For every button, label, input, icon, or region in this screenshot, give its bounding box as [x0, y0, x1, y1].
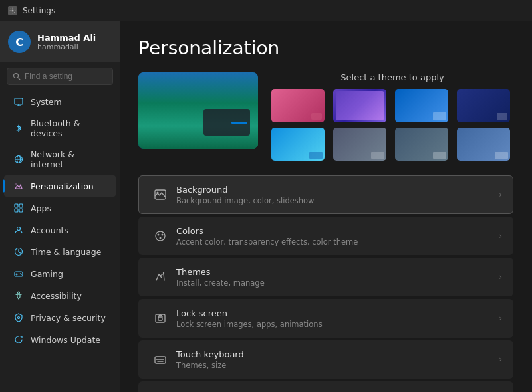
- touchkeyboard-icon: [150, 349, 171, 370]
- sidebar-nav: System Bluetooth & devices: [0, 90, 120, 351]
- settings-item-themes[interactable]: Themes Install, create, manage ›: [138, 258, 513, 296]
- sidebar-item-privacy[interactable]: Privacy & security: [4, 307, 116, 328]
- sidebar-item-system[interactable]: System: [4, 91, 116, 112]
- svg-point-29: [163, 272, 164, 274]
- svg-point-0: [12, 9, 14, 11]
- gaming-icon: [13, 268, 24, 279]
- svg-rect-11: [19, 204, 23, 207]
- sidebar-item-accessibility[interactable]: Accessibility: [4, 285, 116, 306]
- background-chevron: ›: [499, 190, 502, 199]
- background-desc: Background image, color, slideshow: [176, 196, 499, 205]
- sidebar-item-update[interactable]: Windows Update: [4, 329, 116, 350]
- background-title: Background: [176, 185, 499, 195]
- user-handle: hammadali: [37, 43, 96, 51]
- colors-chevron: ›: [499, 231, 502, 241]
- sidebar-item-label-privacy: Privacy & security: [31, 313, 106, 323]
- sidebar-item-apps[interactable]: Apps: [4, 197, 116, 219]
- sidebar-item-label-network: Network & internet: [31, 149, 106, 169]
- theme-thumb-7[interactable]: [395, 128, 448, 161]
- settings-item-touchkeyboard[interactable]: Touch keyboard Themes, size ›: [138, 340, 513, 379]
- network-icon: [13, 154, 24, 165]
- main-container: C Hammad Ali hammadali: [0, 21, 532, 392]
- sidebar-item-label-update: Windows Update: [31, 335, 100, 345]
- system-icon: [13, 96, 24, 107]
- settings-list: Background Background image, color, slid…: [138, 175, 513, 392]
- user-panel[interactable]: C Hammad Ali hammadali: [0, 21, 120, 62]
- theme-preview: [138, 72, 258, 149]
- colors-title: Colors: [176, 226, 499, 236]
- settings-item-background[interactable]: Background Background image, color, slid…: [138, 175, 513, 214]
- theme-thumb-4[interactable]: [457, 89, 510, 122]
- update-icon: [13, 334, 24, 345]
- sidebar-item-gaming[interactable]: Gaming: [4, 263, 116, 284]
- search-icon: [13, 72, 21, 80]
- theme-preview-inner: [138, 72, 258, 149]
- settings-item-colors[interactable]: Colors Accent color, transparency effect…: [138, 217, 513, 255]
- settings-item-start[interactable]: Start Recent apps and items, folders ›: [138, 381, 513, 392]
- content-area: Personalization Select a theme to apply: [120, 21, 532, 392]
- svg-point-27: [162, 234, 164, 236]
- settings-item-lockscreen[interactable]: Lock screen Lock screen images, apps, an…: [138, 299, 513, 338]
- sidebar-item-label-bluetooth: Bluetooth & devices: [31, 118, 106, 138]
- theme-thumb-6[interactable]: [333, 128, 386, 161]
- touchkeyboard-chevron: ›: [499, 355, 502, 364]
- lockscreen-title: Lock screen: [176, 308, 499, 318]
- time-icon: [13, 246, 24, 257]
- touchkeyboard-desc: Themes, size: [176, 361, 499, 370]
- theme-thumb-8[interactable]: [457, 128, 510, 161]
- sidebar-item-label-accounts: Accounts: [31, 225, 68, 235]
- svg-point-19: [20, 273, 21, 274]
- colors-text: Colors Accent color, transparency effect…: [176, 226, 499, 246]
- accounts-icon: [13, 225, 24, 235]
- svg-point-20: [21, 274, 21, 275]
- colors-icon: [150, 225, 171, 246]
- sidebar: C Hammad Ali hammadali: [0, 21, 120, 392]
- background-text: Background Background image, color, slid…: [176, 185, 499, 205]
- page-title: Personalization: [138, 37, 513, 59]
- settings-icon: [8, 6, 17, 15]
- sidebar-item-bluetooth[interactable]: Bluetooth & devices: [4, 113, 116, 144]
- theme-thumb-2[interactable]: [333, 89, 386, 122]
- search-input[interactable]: [25, 72, 107, 81]
- apps-icon: [13, 203, 24, 213]
- svg-rect-13: [19, 209, 23, 212]
- svg-rect-32: [155, 357, 166, 363]
- theme-thumb-1[interactable]: [271, 89, 325, 122]
- svg-point-25: [156, 231, 165, 241]
- svg-point-14: [17, 227, 21, 231]
- accessibility-icon: [13, 290, 24, 301]
- svg-point-28: [160, 237, 162, 239]
- svg-point-22: [18, 317, 20, 319]
- theme-thumb-5[interactable]: [271, 128, 325, 161]
- sidebar-item-label-apps: Apps: [31, 203, 51, 213]
- touchkeyboard-title: Touch keyboard: [176, 349, 499, 359]
- svg-rect-12: [15, 209, 18, 212]
- theme-thumb-3[interactable]: [395, 89, 448, 122]
- svg-point-9: [15, 183, 17, 185]
- svg-rect-30: [156, 314, 165, 322]
- title-bar: Settings: [0, 0, 532, 21]
- privacy-icon: [13, 312, 24, 323]
- user-info: Hammad Ali hammadali: [37, 33, 96, 51]
- svg-line-2: [18, 78, 20, 80]
- theme-select-area: Select a theme to apply: [271, 72, 513, 161]
- sidebar-item-label-accessibility: Accessibility: [31, 291, 82, 301]
- sidebar-item-network[interactable]: Network & internet: [4, 144, 116, 175]
- sidebar-item-time[interactable]: Time & language: [4, 241, 116, 262]
- sidebar-item-personalization[interactable]: Personalization: [4, 175, 116, 197]
- user-name: Hammad Ali: [37, 33, 96, 43]
- svg-point-24: [157, 192, 159, 194]
- lockscreen-icon: [150, 308, 171, 329]
- sidebar-item-label-personalization: Personalization: [31, 181, 94, 191]
- touchkeyboard-text: Touch keyboard Themes, size: [176, 349, 499, 370]
- sidebar-item-accounts[interactable]: Accounts: [4, 219, 116, 241]
- personalization-icon: [13, 181, 24, 191]
- lockscreen-chevron: ›: [499, 314, 502, 323]
- lockscreen-desc: Lock screen images, apps, animations: [176, 320, 499, 329]
- search-box[interactable]: [7, 68, 113, 85]
- title-bar-text: Settings: [23, 6, 55, 15]
- lockscreen-text: Lock screen Lock screen images, apps, an…: [176, 308, 499, 329]
- theme-section: Select a theme to apply: [138, 72, 513, 161]
- svg-rect-10: [15, 204, 18, 207]
- theme-grid: [271, 89, 513, 161]
